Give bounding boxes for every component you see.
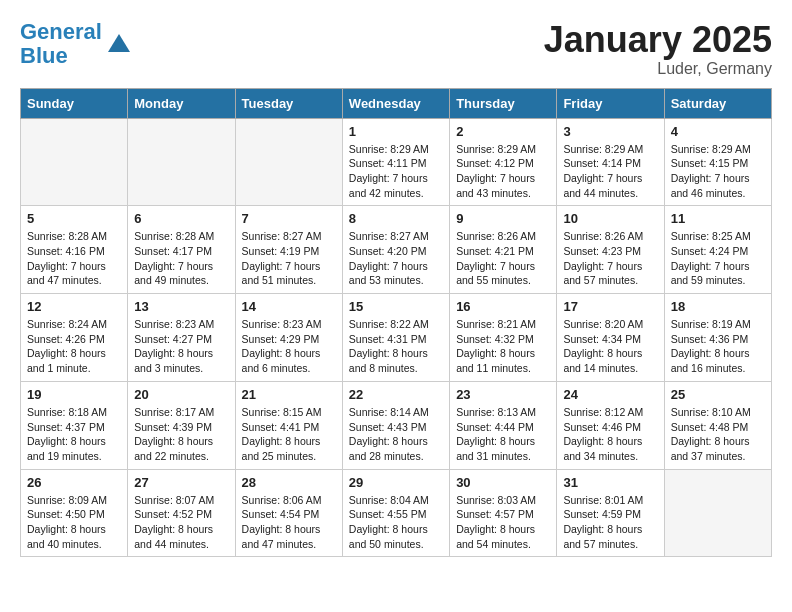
calendar-cell: 19Sunrise: 8:18 AMSunset: 4:37 PMDayligh…	[21, 381, 128, 469]
day-number: 25	[671, 387, 765, 402]
day-info: Sunrise: 8:21 AMSunset: 4:32 PMDaylight:…	[456, 317, 550, 376]
calendar-cell: 16Sunrise: 8:21 AMSunset: 4:32 PMDayligh…	[450, 294, 557, 382]
calendar-cell: 8Sunrise: 8:27 AMSunset: 4:20 PMDaylight…	[342, 206, 449, 294]
weekday-header-friday: Friday	[557, 88, 664, 118]
day-info: Sunrise: 8:29 AMSunset: 4:14 PMDaylight:…	[563, 142, 657, 201]
calendar-cell: 13Sunrise: 8:23 AMSunset: 4:27 PMDayligh…	[128, 294, 235, 382]
day-info: Sunrise: 8:12 AMSunset: 4:46 PMDaylight:…	[563, 405, 657, 464]
calendar-cell: 12Sunrise: 8:24 AMSunset: 4:26 PMDayligh…	[21, 294, 128, 382]
day-info: Sunrise: 8:01 AMSunset: 4:59 PMDaylight:…	[563, 493, 657, 552]
calendar-cell: 25Sunrise: 8:10 AMSunset: 4:48 PMDayligh…	[664, 381, 771, 469]
day-info: Sunrise: 8:18 AMSunset: 4:37 PMDaylight:…	[27, 405, 121, 464]
day-info: Sunrise: 8:17 AMSunset: 4:39 PMDaylight:…	[134, 405, 228, 464]
day-number: 10	[563, 211, 657, 226]
calendar-cell: 18Sunrise: 8:19 AMSunset: 4:36 PMDayligh…	[664, 294, 771, 382]
calendar-cell: 1Sunrise: 8:29 AMSunset: 4:11 PMDaylight…	[342, 118, 449, 206]
day-info: Sunrise: 8:27 AMSunset: 4:20 PMDaylight:…	[349, 229, 443, 288]
weekday-header-tuesday: Tuesday	[235, 88, 342, 118]
calendar-cell	[128, 118, 235, 206]
logo-name: General Blue	[20, 20, 102, 68]
calendar-cell: 29Sunrise: 8:04 AMSunset: 4:55 PMDayligh…	[342, 469, 449, 557]
day-info: Sunrise: 8:24 AMSunset: 4:26 PMDaylight:…	[27, 317, 121, 376]
day-info: Sunrise: 8:26 AMSunset: 4:21 PMDaylight:…	[456, 229, 550, 288]
calendar-table: SundayMondayTuesdayWednesdayThursdayFrid…	[20, 88, 772, 558]
day-number: 7	[242, 211, 336, 226]
calendar-cell: 2Sunrise: 8:29 AMSunset: 4:12 PMDaylight…	[450, 118, 557, 206]
day-number: 1	[349, 124, 443, 139]
weekday-header-thursday: Thursday	[450, 88, 557, 118]
calendar-cell: 10Sunrise: 8:26 AMSunset: 4:23 PMDayligh…	[557, 206, 664, 294]
calendar-cell: 26Sunrise: 8:09 AMSunset: 4:50 PMDayligh…	[21, 469, 128, 557]
svg-marker-0	[108, 34, 130, 52]
day-number: 11	[671, 211, 765, 226]
calendar-cell: 27Sunrise: 8:07 AMSunset: 4:52 PMDayligh…	[128, 469, 235, 557]
day-number: 27	[134, 475, 228, 490]
day-number: 31	[563, 475, 657, 490]
day-info: Sunrise: 8:27 AMSunset: 4:19 PMDaylight:…	[242, 229, 336, 288]
day-number: 23	[456, 387, 550, 402]
week-row-5: 26Sunrise: 8:09 AMSunset: 4:50 PMDayligh…	[21, 469, 772, 557]
day-info: Sunrise: 8:29 AMSunset: 4:11 PMDaylight:…	[349, 142, 443, 201]
day-number: 3	[563, 124, 657, 139]
day-info: Sunrise: 8:03 AMSunset: 4:57 PMDaylight:…	[456, 493, 550, 552]
day-number: 13	[134, 299, 228, 314]
calendar-cell: 23Sunrise: 8:13 AMSunset: 4:44 PMDayligh…	[450, 381, 557, 469]
week-row-1: 1Sunrise: 8:29 AMSunset: 4:11 PMDaylight…	[21, 118, 772, 206]
day-number: 2	[456, 124, 550, 139]
logo: General Blue	[20, 20, 130, 68]
logo-text-block: General Blue	[20, 20, 130, 68]
calendar-cell: 6Sunrise: 8:28 AMSunset: 4:17 PMDaylight…	[128, 206, 235, 294]
day-number: 18	[671, 299, 765, 314]
page-header: General Blue January 2025 Luder, Germany	[20, 20, 772, 78]
day-info: Sunrise: 8:26 AMSunset: 4:23 PMDaylight:…	[563, 229, 657, 288]
calendar-cell: 17Sunrise: 8:20 AMSunset: 4:34 PMDayligh…	[557, 294, 664, 382]
day-info: Sunrise: 8:20 AMSunset: 4:34 PMDaylight:…	[563, 317, 657, 376]
day-info: Sunrise: 8:04 AMSunset: 4:55 PMDaylight:…	[349, 493, 443, 552]
day-number: 30	[456, 475, 550, 490]
day-info: Sunrise: 8:10 AMSunset: 4:48 PMDaylight:…	[671, 405, 765, 464]
day-number: 12	[27, 299, 121, 314]
calendar-cell: 21Sunrise: 8:15 AMSunset: 4:41 PMDayligh…	[235, 381, 342, 469]
calendar-cell: 28Sunrise: 8:06 AMSunset: 4:54 PMDayligh…	[235, 469, 342, 557]
day-number: 16	[456, 299, 550, 314]
day-number: 4	[671, 124, 765, 139]
weekday-header-monday: Monday	[128, 88, 235, 118]
day-number: 6	[134, 211, 228, 226]
calendar-cell: 15Sunrise: 8:22 AMSunset: 4:31 PMDayligh…	[342, 294, 449, 382]
month-title: January 2025	[544, 20, 772, 60]
day-info: Sunrise: 8:06 AMSunset: 4:54 PMDaylight:…	[242, 493, 336, 552]
calendar-cell: 7Sunrise: 8:27 AMSunset: 4:19 PMDaylight…	[235, 206, 342, 294]
title-block: January 2025 Luder, Germany	[544, 20, 772, 78]
calendar-cell: 24Sunrise: 8:12 AMSunset: 4:46 PMDayligh…	[557, 381, 664, 469]
day-number: 21	[242, 387, 336, 402]
day-number: 29	[349, 475, 443, 490]
calendar-cell: 5Sunrise: 8:28 AMSunset: 4:16 PMDaylight…	[21, 206, 128, 294]
calendar-cell: 11Sunrise: 8:25 AMSunset: 4:24 PMDayligh…	[664, 206, 771, 294]
weekday-header-saturday: Saturday	[664, 88, 771, 118]
day-number: 8	[349, 211, 443, 226]
week-row-2: 5Sunrise: 8:28 AMSunset: 4:16 PMDaylight…	[21, 206, 772, 294]
day-info: Sunrise: 8:25 AMSunset: 4:24 PMDaylight:…	[671, 229, 765, 288]
day-info: Sunrise: 8:23 AMSunset: 4:29 PMDaylight:…	[242, 317, 336, 376]
day-info: Sunrise: 8:14 AMSunset: 4:43 PMDaylight:…	[349, 405, 443, 464]
logo-icon	[108, 32, 130, 54]
calendar-cell: 31Sunrise: 8:01 AMSunset: 4:59 PMDayligh…	[557, 469, 664, 557]
day-info: Sunrise: 8:15 AMSunset: 4:41 PMDaylight:…	[242, 405, 336, 464]
calendar-cell: 9Sunrise: 8:26 AMSunset: 4:21 PMDaylight…	[450, 206, 557, 294]
day-info: Sunrise: 8:07 AMSunset: 4:52 PMDaylight:…	[134, 493, 228, 552]
weekday-header-row: SundayMondayTuesdayWednesdayThursdayFrid…	[21, 88, 772, 118]
calendar-cell: 4Sunrise: 8:29 AMSunset: 4:15 PMDaylight…	[664, 118, 771, 206]
day-number: 17	[563, 299, 657, 314]
day-number: 28	[242, 475, 336, 490]
day-number: 15	[349, 299, 443, 314]
day-number: 22	[349, 387, 443, 402]
calendar-cell: 22Sunrise: 8:14 AMSunset: 4:43 PMDayligh…	[342, 381, 449, 469]
day-number: 5	[27, 211, 121, 226]
day-number: 14	[242, 299, 336, 314]
day-number: 19	[27, 387, 121, 402]
day-info: Sunrise: 8:13 AMSunset: 4:44 PMDaylight:…	[456, 405, 550, 464]
location: Luder, Germany	[544, 60, 772, 78]
weekday-header-sunday: Sunday	[21, 88, 128, 118]
calendar-cell	[235, 118, 342, 206]
calendar-cell: 3Sunrise: 8:29 AMSunset: 4:14 PMDaylight…	[557, 118, 664, 206]
